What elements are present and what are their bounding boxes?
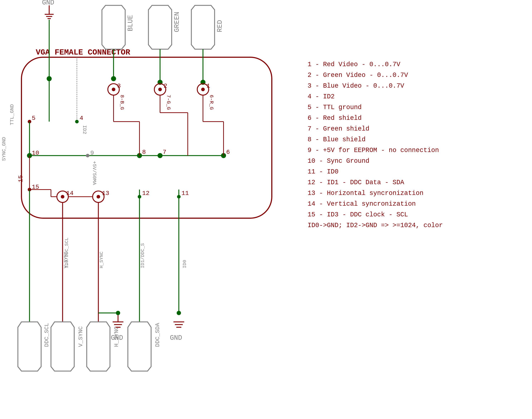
svg-text:6-R_G: 6-R_G — [209, 95, 214, 110]
svg-point-77 — [97, 195, 100, 198]
svg-text:15: 15 — [17, 175, 24, 183]
svg-point-35 — [75, 120, 79, 123]
svg-text:BLUE: BLUE — [127, 15, 134, 31]
svg-point-13 — [111, 76, 116, 81]
svg-text:GND: GND — [170, 334, 182, 342]
svg-text:H_SYNC: H_SYNC — [99, 251, 104, 268]
svg-point-110 — [177, 311, 181, 315]
svg-text:8-B_G: 8-B_G — [119, 95, 125, 110]
svg-text:10 - Sync Ground: 10 - Sync Ground — [308, 157, 369, 165]
svg-point-31 — [112, 88, 115, 91]
svg-text:7: 7 — [163, 149, 166, 156]
svg-text:7  - Green shield: 7 - Green shield — [308, 125, 369, 132]
svg-text:V_SYNC: V_SYNC — [63, 251, 68, 268]
svg-text:GREEN: GREEN — [173, 12, 181, 32]
svg-point-72 — [61, 195, 64, 198]
svg-text:2  - Green Video - 0...0.7V: 2 - Green Video - 0...0.7V — [308, 72, 408, 79]
svg-text:6: 6 — [226, 149, 230, 156]
svg-text:14: 14 — [66, 190, 74, 197]
svg-text:5  - TTL ground: 5 - TTL ground — [308, 104, 362, 111]
svg-text:7-G_G: 7-G_G — [166, 95, 171, 110]
svg-text:12: 12 — [142, 190, 150, 197]
svg-text:9: 9 — [90, 150, 94, 157]
svg-text:DDC_SDA: DDC_SDA — [154, 323, 161, 347]
svg-text:13 - Horizontal syncronization: 13 - Horizontal syncronization — [308, 190, 423, 197]
svg-text:11 - ID0: 11 - ID0 — [308, 168, 338, 175]
svg-text:2: 2 — [164, 83, 167, 89]
svg-marker-106 — [128, 322, 151, 371]
svg-marker-14 — [148, 5, 172, 49]
svg-text:ID0->GND; ID2->GND => >=1024, : ID0->GND; ID2->GND => >=1024, color — [308, 222, 443, 229]
svg-text:8  - Blue shield: 8 - Blue shield — [308, 136, 365, 143]
svg-text:V_SYNC: V_SYNC — [78, 326, 84, 347]
svg-marker-87 — [18, 322, 41, 371]
svg-text:GND: GND — [111, 334, 123, 342]
svg-text:ID2: ID2 — [82, 125, 87, 134]
svg-point-23 — [201, 88, 205, 91]
svg-point-46 — [86, 154, 90, 157]
svg-text:4: 4 — [79, 115, 83, 122]
svg-marker-18 — [191, 5, 215, 49]
svg-text:13: 13 — [102, 190, 109, 197]
svg-text:11: 11 — [182, 190, 189, 197]
svg-text:3  - Blue Video - 0...0.7V: 3 - Blue Video - 0...0.7V — [308, 82, 404, 90]
svg-text:4  - ID2: 4 - ID2 — [308, 93, 335, 100]
svg-marker-10 — [102, 5, 125, 49]
svg-text:ID0: ID0 — [182, 260, 187, 268]
svg-text:TTL_GND: TTL_GND — [9, 104, 15, 125]
svg-text:1  - Red Video - 0...0.7V: 1 - Red Video - 0...0.7V — [308, 61, 400, 68]
svg-text:8: 8 — [142, 149, 146, 156]
svg-text:6  - Red shield: 6 - Red shield — [308, 115, 362, 122]
svg-text:GND: GND — [42, 0, 54, 6]
svg-text:SYNC_GND: SYNC_GND — [1, 137, 7, 161]
svg-text:12 -  ID1 - DDC Data - SDA: 12 - ID1 - DDC Data - SDA — [308, 179, 404, 186]
svg-text:15 - ID3 - DDC clock - SCL: 15 - ID3 - DDC clock - SCL — [308, 211, 408, 218]
svg-text:3: 3 — [117, 83, 121, 89]
svg-text:5: 5 — [32, 115, 35, 122]
svg-text:DDC_SCL: DDC_SCL — [43, 323, 50, 347]
svg-text:14 - Vertical syncronization: 14 - Vertical syncronization — [308, 200, 416, 208]
svg-text:RED: RED — [216, 20, 224, 32]
svg-point-27 — [158, 88, 162, 91]
svg-marker-91 — [51, 322, 74, 371]
schematic-diagram: VGA FEMALE CONNECTOR GND BLUE GREEN RED — [0, 0, 532, 419]
svg-text:ID1/DDC_S: ID1/DDC_S — [140, 243, 145, 268]
svg-marker-95 — [87, 322, 110, 371]
svg-text:9  - +5V for EEPROM - no conne: 9 - +5V for EEPROM - no connection — [308, 147, 439, 154]
svg-text:1: 1 — [207, 83, 210, 89]
svg-text:+5V/50MA: +5V/50MA — [91, 161, 97, 185]
